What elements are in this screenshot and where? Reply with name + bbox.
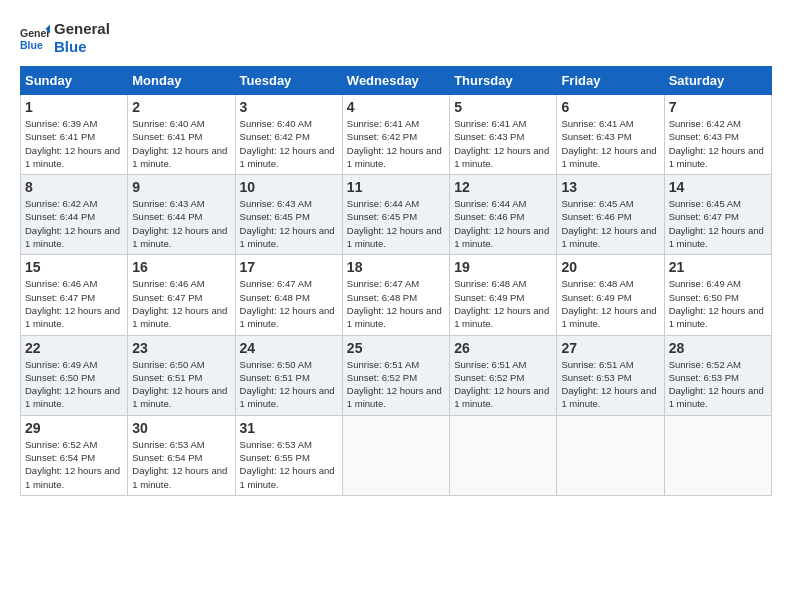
day-info: Sunrise: 6:53 AMSunset: 6:55 PMDaylight:… bbox=[240, 438, 338, 491]
day-info: Sunrise: 6:51 AMSunset: 6:53 PMDaylight:… bbox=[561, 358, 659, 411]
calendar-cell: 4Sunrise: 6:41 AMSunset: 6:42 PMDaylight… bbox=[342, 95, 449, 175]
col-header-monday: Monday bbox=[128, 67, 235, 95]
day-number: 13 bbox=[561, 179, 659, 195]
calendar-cell: 9Sunrise: 6:43 AMSunset: 6:44 PMDaylight… bbox=[128, 175, 235, 255]
day-number: 11 bbox=[347, 179, 445, 195]
calendar-cell: 10Sunrise: 6:43 AMSunset: 6:45 PMDayligh… bbox=[235, 175, 342, 255]
day-info: Sunrise: 6:53 AMSunset: 6:54 PMDaylight:… bbox=[132, 438, 230, 491]
day-info: Sunrise: 6:45 AMSunset: 6:47 PMDaylight:… bbox=[669, 197, 767, 250]
day-info: Sunrise: 6:52 AMSunset: 6:53 PMDaylight:… bbox=[669, 358, 767, 411]
calendar-cell: 12Sunrise: 6:44 AMSunset: 6:46 PMDayligh… bbox=[450, 175, 557, 255]
calendar-cell: 8Sunrise: 6:42 AMSunset: 6:44 PMDaylight… bbox=[21, 175, 128, 255]
calendar-cell: 21Sunrise: 6:49 AMSunset: 6:50 PMDayligh… bbox=[664, 255, 771, 335]
day-info: Sunrise: 6:43 AMSunset: 6:44 PMDaylight:… bbox=[132, 197, 230, 250]
day-number: 7 bbox=[669, 99, 767, 115]
logo-general: General bbox=[54, 20, 110, 38]
day-info: Sunrise: 6:47 AMSunset: 6:48 PMDaylight:… bbox=[240, 277, 338, 330]
calendar-cell: 3Sunrise: 6:40 AMSunset: 6:42 PMDaylight… bbox=[235, 95, 342, 175]
calendar-cell: 22Sunrise: 6:49 AMSunset: 6:50 PMDayligh… bbox=[21, 335, 128, 415]
calendar-cell: 18Sunrise: 6:47 AMSunset: 6:48 PMDayligh… bbox=[342, 255, 449, 335]
day-info: Sunrise: 6:50 AMSunset: 6:51 PMDaylight:… bbox=[132, 358, 230, 411]
col-header-saturday: Saturday bbox=[664, 67, 771, 95]
day-number: 10 bbox=[240, 179, 338, 195]
calendar-cell: 1Sunrise: 6:39 AMSunset: 6:41 PMDaylight… bbox=[21, 95, 128, 175]
day-info: Sunrise: 6:43 AMSunset: 6:45 PMDaylight:… bbox=[240, 197, 338, 250]
calendar-cell bbox=[450, 415, 557, 495]
day-info: Sunrise: 6:40 AMSunset: 6:42 PMDaylight:… bbox=[240, 117, 338, 170]
day-info: Sunrise: 6:49 AMSunset: 6:50 PMDaylight:… bbox=[669, 277, 767, 330]
day-info: Sunrise: 6:39 AMSunset: 6:41 PMDaylight:… bbox=[25, 117, 123, 170]
calendar-cell: 17Sunrise: 6:47 AMSunset: 6:48 PMDayligh… bbox=[235, 255, 342, 335]
logo: General Blue General Blue bbox=[20, 20, 110, 56]
logo-icon: General Blue bbox=[20, 23, 50, 53]
day-number: 6 bbox=[561, 99, 659, 115]
calendar-cell bbox=[342, 415, 449, 495]
day-info: Sunrise: 6:44 AMSunset: 6:45 PMDaylight:… bbox=[347, 197, 445, 250]
day-number: 30 bbox=[132, 420, 230, 436]
day-number: 26 bbox=[454, 340, 552, 356]
calendar-cell: 6Sunrise: 6:41 AMSunset: 6:43 PMDaylight… bbox=[557, 95, 664, 175]
logo-blue: Blue bbox=[54, 38, 110, 56]
col-header-thursday: Thursday bbox=[450, 67, 557, 95]
calendar-cell: 7Sunrise: 6:42 AMSunset: 6:43 PMDaylight… bbox=[664, 95, 771, 175]
calendar-cell bbox=[664, 415, 771, 495]
day-info: Sunrise: 6:41 AMSunset: 6:43 PMDaylight:… bbox=[561, 117, 659, 170]
day-number: 3 bbox=[240, 99, 338, 115]
day-number: 29 bbox=[25, 420, 123, 436]
day-info: Sunrise: 6:46 AMSunset: 6:47 PMDaylight:… bbox=[132, 277, 230, 330]
day-number: 17 bbox=[240, 259, 338, 275]
day-info: Sunrise: 6:47 AMSunset: 6:48 PMDaylight:… bbox=[347, 277, 445, 330]
day-info: Sunrise: 6:44 AMSunset: 6:46 PMDaylight:… bbox=[454, 197, 552, 250]
svg-text:Blue: Blue bbox=[20, 39, 43, 51]
calendar-cell: 23Sunrise: 6:50 AMSunset: 6:51 PMDayligh… bbox=[128, 335, 235, 415]
calendar-cell: 27Sunrise: 6:51 AMSunset: 6:53 PMDayligh… bbox=[557, 335, 664, 415]
svg-text:General: General bbox=[20, 27, 50, 39]
day-info: Sunrise: 6:51 AMSunset: 6:52 PMDaylight:… bbox=[454, 358, 552, 411]
day-number: 27 bbox=[561, 340, 659, 356]
col-header-sunday: Sunday bbox=[21, 67, 128, 95]
calendar-cell: 19Sunrise: 6:48 AMSunset: 6:49 PMDayligh… bbox=[450, 255, 557, 335]
calendar-cell: 11Sunrise: 6:44 AMSunset: 6:45 PMDayligh… bbox=[342, 175, 449, 255]
col-header-friday: Friday bbox=[557, 67, 664, 95]
day-number: 22 bbox=[25, 340, 123, 356]
day-number: 5 bbox=[454, 99, 552, 115]
day-info: Sunrise: 6:41 AMSunset: 6:43 PMDaylight:… bbox=[454, 117, 552, 170]
day-number: 20 bbox=[561, 259, 659, 275]
day-number: 18 bbox=[347, 259, 445, 275]
day-info: Sunrise: 6:48 AMSunset: 6:49 PMDaylight:… bbox=[454, 277, 552, 330]
calendar-table: SundayMondayTuesdayWednesdayThursdayFrid… bbox=[20, 66, 772, 496]
day-number: 24 bbox=[240, 340, 338, 356]
day-info: Sunrise: 6:45 AMSunset: 6:46 PMDaylight:… bbox=[561, 197, 659, 250]
day-number: 19 bbox=[454, 259, 552, 275]
day-info: Sunrise: 6:49 AMSunset: 6:50 PMDaylight:… bbox=[25, 358, 123, 411]
day-number: 14 bbox=[669, 179, 767, 195]
day-number: 16 bbox=[132, 259, 230, 275]
day-number: 25 bbox=[347, 340, 445, 356]
day-number: 15 bbox=[25, 259, 123, 275]
day-info: Sunrise: 6:46 AMSunset: 6:47 PMDaylight:… bbox=[25, 277, 123, 330]
calendar-cell: 20Sunrise: 6:48 AMSunset: 6:49 PMDayligh… bbox=[557, 255, 664, 335]
calendar-cell: 24Sunrise: 6:50 AMSunset: 6:51 PMDayligh… bbox=[235, 335, 342, 415]
calendar-cell: 2Sunrise: 6:40 AMSunset: 6:41 PMDaylight… bbox=[128, 95, 235, 175]
day-info: Sunrise: 6:42 AMSunset: 6:44 PMDaylight:… bbox=[25, 197, 123, 250]
day-number: 12 bbox=[454, 179, 552, 195]
calendar-cell: 16Sunrise: 6:46 AMSunset: 6:47 PMDayligh… bbox=[128, 255, 235, 335]
calendar-cell: 14Sunrise: 6:45 AMSunset: 6:47 PMDayligh… bbox=[664, 175, 771, 255]
day-number: 31 bbox=[240, 420, 338, 436]
day-info: Sunrise: 6:52 AMSunset: 6:54 PMDaylight:… bbox=[25, 438, 123, 491]
day-info: Sunrise: 6:51 AMSunset: 6:52 PMDaylight:… bbox=[347, 358, 445, 411]
calendar-cell: 26Sunrise: 6:51 AMSunset: 6:52 PMDayligh… bbox=[450, 335, 557, 415]
day-info: Sunrise: 6:50 AMSunset: 6:51 PMDaylight:… bbox=[240, 358, 338, 411]
day-number: 2 bbox=[132, 99, 230, 115]
calendar-cell: 5Sunrise: 6:41 AMSunset: 6:43 PMDaylight… bbox=[450, 95, 557, 175]
day-number: 23 bbox=[132, 340, 230, 356]
day-info: Sunrise: 6:40 AMSunset: 6:41 PMDaylight:… bbox=[132, 117, 230, 170]
day-number: 1 bbox=[25, 99, 123, 115]
calendar-cell: 15Sunrise: 6:46 AMSunset: 6:47 PMDayligh… bbox=[21, 255, 128, 335]
calendar-cell: 28Sunrise: 6:52 AMSunset: 6:53 PMDayligh… bbox=[664, 335, 771, 415]
calendar-cell: 13Sunrise: 6:45 AMSunset: 6:46 PMDayligh… bbox=[557, 175, 664, 255]
col-header-tuesday: Tuesday bbox=[235, 67, 342, 95]
day-number: 9 bbox=[132, 179, 230, 195]
day-number: 28 bbox=[669, 340, 767, 356]
day-info: Sunrise: 6:41 AMSunset: 6:42 PMDaylight:… bbox=[347, 117, 445, 170]
